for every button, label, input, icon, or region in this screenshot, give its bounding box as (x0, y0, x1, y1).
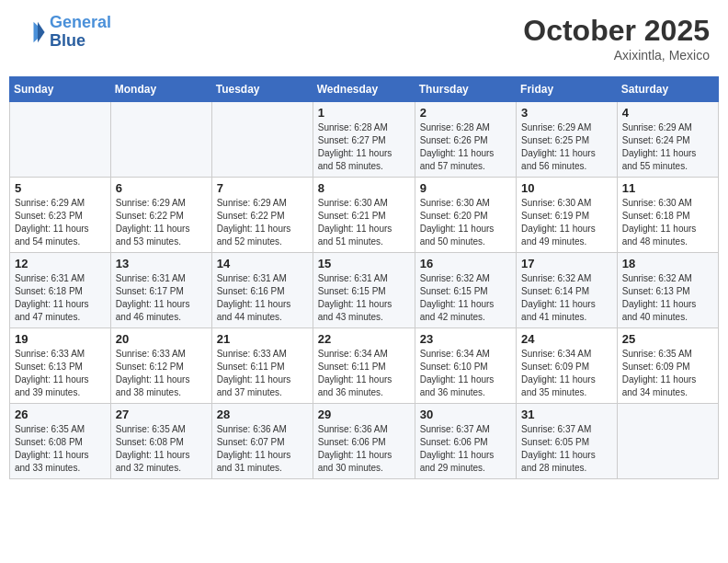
calendar-cell: 9Sunrise: 6:30 AMSunset: 6:20 PMDaylight… (415, 178, 516, 253)
calendar-cell: 20Sunrise: 6:33 AMSunset: 6:12 PMDayligh… (110, 328, 211, 404)
day-number: 31 (521, 408, 612, 421)
day-info: Sunrise: 6:35 AMSunset: 6:08 PMDaylight:… (15, 423, 106, 475)
day-number: 19 (15, 332, 106, 346)
calendar-cell: 7Sunrise: 6:29 AMSunset: 6:22 PMDaylight… (211, 178, 313, 253)
day-info: Sunrise: 6:32 AMSunset: 6:14 PMDaylight:… (521, 272, 612, 324)
day-info: Sunrise: 6:34 AMSunset: 6:11 PMDaylight:… (318, 348, 410, 399)
day-info: Sunrise: 6:37 AMSunset: 6:06 PMDaylight:… (420, 423, 511, 475)
day-info: Sunrise: 6:28 AMSunset: 6:27 PMDaylight:… (318, 121, 410, 173)
calendar-cell: 10Sunrise: 6:30 AMSunset: 6:19 PMDayligh… (517, 178, 618, 253)
calendar-cell: 13Sunrise: 6:31 AMSunset: 6:17 PMDayligh… (110, 253, 211, 328)
calendar-cell: 19Sunrise: 6:33 AMSunset: 6:13 PMDayligh… (10, 328, 111, 404)
calendar-cell: 3Sunrise: 6:29 AMSunset: 6:25 PMDaylight… (517, 102, 618, 178)
day-number: 12 (15, 257, 106, 270)
calendar-cell: 27Sunrise: 6:35 AMSunset: 6:08 PMDayligh… (110, 404, 211, 479)
day-number: 28 (217, 408, 308, 421)
calendar-cell: 8Sunrise: 6:30 AMSunset: 6:21 PMDaylight… (313, 178, 415, 253)
day-of-week-header: Tuesday (211, 77, 313, 102)
calendar-cell (211, 102, 313, 178)
calendar-cell (617, 404, 718, 479)
day-info: Sunrise: 6:36 AMSunset: 6:06 PMDaylight:… (318, 423, 410, 475)
calendar-cell: 21Sunrise: 6:33 AMSunset: 6:11 PMDayligh… (211, 328, 313, 404)
day-number: 5 (15, 181, 106, 195)
logo-icon (18, 18, 46, 46)
calendar-cell: 2Sunrise: 6:28 AMSunset: 6:26 PMDaylight… (415, 102, 516, 178)
svg-marker-1 (38, 22, 45, 43)
day-info: Sunrise: 6:35 AMSunset: 6:09 PMDaylight:… (622, 348, 713, 399)
day-info: Sunrise: 6:32 AMSunset: 6:13 PMDaylight:… (622, 272, 713, 324)
location: Axixintla, Mexico (523, 48, 710, 63)
calendar-cell: 28Sunrise: 6:36 AMSunset: 6:07 PMDayligh… (211, 404, 313, 479)
day-info: Sunrise: 6:30 AMSunset: 6:19 PMDaylight:… (521, 197, 612, 248)
day-info: Sunrise: 6:29 AMSunset: 6:25 PMDaylight:… (521, 121, 612, 173)
calendar-cell: 15Sunrise: 6:31 AMSunset: 6:15 PMDayligh… (313, 253, 415, 328)
logo-text: General Blue (50, 14, 111, 51)
calendar-header: SundayMondayTuesdayWednesdayThursdayFrid… (10, 77, 719, 102)
title-block: October 2025 Axixintla, Mexico (523, 14, 710, 63)
day-number: 24 (521, 332, 612, 346)
day-info: Sunrise: 6:33 AMSunset: 6:11 PMDaylight:… (217, 348, 308, 399)
day-number: 25 (622, 332, 713, 346)
day-number: 4 (622, 106, 713, 120)
calendar-cell: 1Sunrise: 6:28 AMSunset: 6:27 PMDaylight… (313, 102, 415, 178)
calendar-cell: 18Sunrise: 6:32 AMSunset: 6:13 PMDayligh… (617, 253, 718, 328)
day-number: 11 (622, 181, 713, 195)
day-info: Sunrise: 6:31 AMSunset: 6:15 PMDaylight:… (318, 272, 410, 324)
calendar-cell: 12Sunrise: 6:31 AMSunset: 6:18 PMDayligh… (10, 253, 111, 328)
day-number: 14 (217, 257, 308, 270)
day-info: Sunrise: 6:34 AMSunset: 6:10 PMDaylight:… (420, 348, 511, 399)
day-info: Sunrise: 6:29 AMSunset: 6:22 PMDaylight:… (116, 197, 207, 248)
day-number: 27 (116, 408, 207, 421)
day-info: Sunrise: 6:33 AMSunset: 6:13 PMDaylight:… (15, 348, 106, 399)
day-info: Sunrise: 6:28 AMSunset: 6:26 PMDaylight:… (420, 121, 511, 173)
calendar-cell: 30Sunrise: 6:37 AMSunset: 6:06 PMDayligh… (415, 404, 516, 479)
day-number: 8 (318, 181, 410, 195)
day-info: Sunrise: 6:31 AMSunset: 6:18 PMDaylight:… (15, 272, 106, 324)
day-info: Sunrise: 6:29 AMSunset: 6:23 PMDaylight:… (15, 197, 106, 248)
day-of-week-header: Monday (110, 77, 211, 102)
day-info: Sunrise: 6:31 AMSunset: 6:16 PMDaylight:… (217, 272, 308, 324)
calendar-cell: 24Sunrise: 6:34 AMSunset: 6:09 PMDayligh… (517, 328, 618, 404)
calendar-cell: 25Sunrise: 6:35 AMSunset: 6:09 PMDayligh… (617, 328, 718, 404)
day-number: 26 (15, 408, 106, 421)
day-info: Sunrise: 6:30 AMSunset: 6:18 PMDaylight:… (622, 197, 713, 248)
day-number: 1 (318, 106, 410, 120)
day-number: 13 (116, 257, 207, 270)
day-info: Sunrise: 6:34 AMSunset: 6:09 PMDaylight:… (521, 348, 612, 399)
day-info: Sunrise: 6:30 AMSunset: 6:20 PMDaylight:… (420, 197, 511, 248)
day-of-week-header: Sunday (10, 77, 111, 102)
calendar-cell: 23Sunrise: 6:34 AMSunset: 6:10 PMDayligh… (415, 328, 516, 404)
logo: General Blue (18, 14, 111, 51)
day-info: Sunrise: 6:35 AMSunset: 6:08 PMDaylight:… (116, 423, 207, 475)
calendar-cell: 6Sunrise: 6:29 AMSunset: 6:22 PMDaylight… (110, 178, 211, 253)
day-number: 23 (420, 332, 511, 346)
calendar-cell: 26Sunrise: 6:35 AMSunset: 6:08 PMDayligh… (10, 404, 111, 479)
day-number: 17 (521, 257, 612, 270)
day-info: Sunrise: 6:29 AMSunset: 6:24 PMDaylight:… (622, 121, 713, 173)
day-info: Sunrise: 6:30 AMSunset: 6:21 PMDaylight:… (318, 197, 410, 248)
calendar-cell: 14Sunrise: 6:31 AMSunset: 6:16 PMDayligh… (211, 253, 313, 328)
day-info: Sunrise: 6:33 AMSunset: 6:12 PMDaylight:… (116, 348, 207, 399)
day-number: 3 (521, 106, 612, 120)
calendar-cell: 17Sunrise: 6:32 AMSunset: 6:14 PMDayligh… (517, 253, 618, 328)
day-of-week-header: Thursday (415, 77, 516, 102)
day-info: Sunrise: 6:29 AMSunset: 6:22 PMDaylight:… (217, 197, 308, 248)
calendar-cell: 31Sunrise: 6:37 AMSunset: 6:05 PMDayligh… (517, 404, 618, 479)
day-number: 20 (116, 332, 207, 346)
day-number: 18 (622, 257, 713, 270)
day-number: 9 (420, 181, 511, 195)
day-number: 29 (318, 408, 410, 421)
day-info: Sunrise: 6:31 AMSunset: 6:17 PMDaylight:… (116, 272, 207, 324)
calendar-table: SundayMondayTuesdayWednesdayThursdayFrid… (9, 76, 719, 479)
day-of-week-header: Saturday (617, 77, 718, 102)
day-info: Sunrise: 6:36 AMSunset: 6:07 PMDaylight:… (217, 423, 308, 475)
calendar-cell: 4Sunrise: 6:29 AMSunset: 6:24 PMDaylight… (617, 102, 718, 178)
month-title: October 2025 (523, 14, 710, 48)
day-number: 22 (318, 332, 410, 346)
day-number: 30 (420, 408, 511, 421)
day-number: 6 (116, 181, 207, 195)
calendar-cell (10, 102, 111, 178)
calendar-cell (110, 102, 211, 178)
day-info: Sunrise: 6:32 AMSunset: 6:15 PMDaylight:… (420, 272, 511, 324)
day-of-week-header: Wednesday (313, 77, 415, 102)
